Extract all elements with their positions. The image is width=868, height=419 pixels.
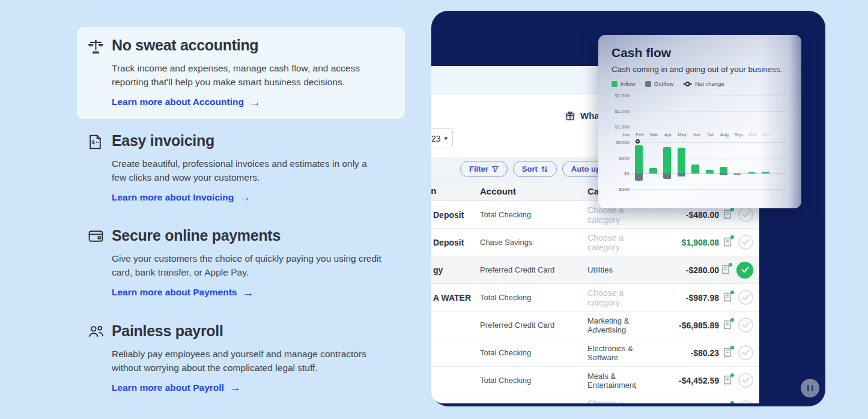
receipt-icon[interactable] bbox=[723, 403, 733, 403]
check-circle-icon[interactable] bbox=[738, 400, 753, 403]
cash-flow-card: Cash flow Cash coming in and going out o… bbox=[598, 35, 801, 208]
notification-dot bbox=[730, 235, 734, 239]
learn-more-payroll-link[interactable]: Learn more about Payroll→ bbox=[112, 382, 241, 393]
receipt-icon[interactable] bbox=[723, 320, 733, 330]
learn-more-invoicing-link[interactable]: Learn more about Invoicing→ bbox=[112, 191, 250, 203]
account-cell: Total Checking bbox=[480, 348, 587, 357]
category-value[interactable]: Meals & Entertainment bbox=[587, 372, 636, 390]
wallet-icon bbox=[88, 227, 112, 298]
feature-payroll: Painless payroll Reliably pay employees … bbox=[77, 313, 405, 405]
table-row[interactable]: A WATERTotal CheckingChoose a category-$… bbox=[431, 284, 759, 312]
feature-accounting: No sweat accounting Track income and exp… bbox=[77, 27, 405, 119]
x-tick-label: May bbox=[675, 132, 689, 137]
table-row[interactable]: Total CheckingElectronics & Software-$80… bbox=[431, 339, 759, 367]
learn-more-accounting-link[interactable]: Learn more about Accounting→ bbox=[112, 97, 261, 108]
outflow-bar bbox=[733, 173, 741, 175]
chevron-down-icon: ▾ bbox=[444, 134, 448, 142]
period-dropdown[interactable]: 23 ▾ bbox=[431, 128, 453, 148]
amount-cell: -$80.23 bbox=[658, 348, 719, 358]
inflow-bar bbox=[663, 147, 671, 173]
check-circle-icon[interactable] bbox=[738, 345, 753, 360]
cash-flow-title: Cash flow bbox=[612, 46, 801, 60]
feature-description: Reliably pay employees and yourself and … bbox=[112, 347, 383, 375]
x-tick-label: Mar bbox=[647, 132, 661, 137]
legend-inflow: Inflow bbox=[612, 80, 636, 87]
account-cell: Total Checking bbox=[480, 376, 587, 385]
category-placeholder[interactable]: Choose a category bbox=[587, 288, 624, 307]
receipt-icon[interactable] bbox=[723, 375, 733, 385]
gridline bbox=[632, 95, 787, 96]
category-placeholder[interactable]: Choose a category bbox=[587, 233, 624, 252]
feature-description: Give your customers the choice of quickl… bbox=[112, 252, 383, 280]
category-cell: Electronics & Software bbox=[587, 344, 658, 362]
amount-cell: -$4,452.59 bbox=[658, 376, 719, 385]
net-change-marker bbox=[636, 139, 640, 143]
y-tick-label: $2,000 bbox=[615, 109, 630, 114]
amount-cell: $1,908.08 bbox=[658, 238, 719, 247]
category-value[interactable]: Utilities bbox=[587, 265, 613, 274]
description-cell: gy bbox=[431, 265, 480, 275]
outflow-bar bbox=[720, 173, 727, 175]
feature-title: Painless payroll bbox=[112, 322, 383, 340]
x-tick-label: Feb bbox=[633, 132, 646, 137]
table-row[interactable]: Preferred Credit CardMarketing & Adverti… bbox=[431, 312, 759, 339]
notification-dot bbox=[730, 401, 734, 403]
table-row[interactable]: DepositChase SavingsChoose a category$1,… bbox=[431, 229, 759, 256]
check-circle-icon[interactable] bbox=[738, 235, 753, 250]
net-change-marker-icon bbox=[683, 81, 692, 87]
inflow-bar bbox=[720, 167, 727, 173]
people-icon bbox=[88, 322, 112, 394]
check-circle-icon[interactable] bbox=[738, 373, 753, 388]
pause-icon bbox=[812, 385, 813, 391]
feature-title: Secure online payments bbox=[112, 227, 383, 244]
category-value[interactable]: Marketing & Advertising bbox=[587, 316, 629, 334]
filter-button[interactable]: Filter bbox=[460, 161, 508, 177]
receipt-icon[interactable] bbox=[723, 237, 733, 247]
check-circle-icon[interactable] bbox=[738, 318, 753, 333]
row-actions bbox=[719, 400, 759, 403]
outflow-swatch bbox=[645, 81, 651, 87]
y-tick-label: $0 bbox=[624, 171, 630, 176]
check-circle-icon[interactable] bbox=[738, 290, 753, 305]
chart-legend: Inflow Outflow Net change bbox=[612, 80, 801, 87]
receipt-icon[interactable] bbox=[723, 210, 733, 220]
x-tick-label: Aug bbox=[717, 132, 731, 137]
row-actions bbox=[719, 262, 759, 279]
svg-text:$: $ bbox=[91, 139, 95, 145]
inflow-bar bbox=[635, 145, 643, 173]
sort-button[interactable]: Sort bbox=[513, 161, 557, 177]
account-cell: Chase Savings bbox=[480, 238, 587, 247]
y-tick-label: $2,500 bbox=[615, 93, 630, 98]
row-actions bbox=[719, 235, 759, 250]
x-tick-label: Jun bbox=[689, 132, 703, 137]
feature-title: Easy invoicing bbox=[112, 132, 383, 149]
y-tick-label: $1000 bbox=[616, 140, 630, 145]
table-row[interactable]: Total CheckingMeals & Entertainment-$4,4… bbox=[431, 367, 759, 394]
category-value[interactable]: Electronics & Software bbox=[587, 344, 633, 362]
notification-dot bbox=[730, 291, 734, 294]
gridline bbox=[632, 158, 787, 158]
cash-flow-subtitle: Cash coming in and going out of your bus… bbox=[612, 65, 801, 74]
gridline bbox=[632, 189, 787, 190]
receipt-icon[interactable] bbox=[723, 348, 733, 358]
notification-dot bbox=[730, 318, 734, 322]
learn-more-payments-link[interactable]: Learn more about Payments→ bbox=[112, 287, 253, 298]
table-row[interactable]: gyPreferred Credit CardUtilities-$280.00 bbox=[431, 256, 759, 284]
inflow-swatch bbox=[612, 81, 618, 87]
category-cell: Choose a category bbox=[587, 288, 658, 307]
category-placeholder[interactable]: Choose a category bbox=[587, 399, 624, 404]
legend-net-change: Net change bbox=[683, 80, 724, 87]
check-circle-icon[interactable] bbox=[738, 207, 753, 222]
column-header-account[interactable]: Account bbox=[480, 186, 587, 196]
legend-outflow: Outflow bbox=[645, 80, 673, 87]
table-row[interactable]: Choose a category bbox=[431, 394, 759, 403]
check-circle-icon[interactable] bbox=[736, 262, 753, 279]
funnel-icon bbox=[492, 166, 499, 172]
inflow-bar bbox=[649, 168, 657, 173]
category-cell: Choose a category bbox=[587, 233, 658, 252]
pause-button[interactable] bbox=[801, 379, 819, 397]
receipt-icon[interactable] bbox=[723, 292, 733, 303]
transactions-table: DepositTotal CheckingChoose a category-$… bbox=[431, 201, 759, 403]
receipt-icon[interactable] bbox=[721, 265, 731, 275]
pause-icon bbox=[807, 385, 809, 391]
